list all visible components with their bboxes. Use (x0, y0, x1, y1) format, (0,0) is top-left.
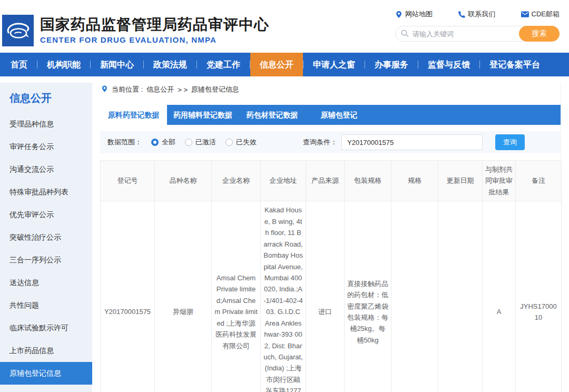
nav-item-functions[interactable]: 机构职能 (37, 53, 90, 76)
nav-item-services[interactable]: 办事服务 (365, 53, 418, 76)
link-contact-label: 联系我们 (468, 9, 495, 19)
table-header-row: 登记号 品种名称 企业名称 企业地址 产品来源 包装规格 规格 更新日期 与制剂… (101, 161, 562, 201)
col-variety-name: 品种名称 (155, 161, 212, 201)
link-cde-mail-label: CDE邮箱 (532, 9, 560, 19)
col-spec: 规格 (391, 161, 438, 201)
breadcrumb: 当前位置 : 信息公开 > > 原辅包登记信息 (100, 83, 561, 105)
cell-product-source: 进口 (306, 201, 345, 392)
header-search: 搜索 (395, 26, 560, 42)
sidebar-item-raw-aux-pack-registration[interactable]: 原辅包登记信息 (0, 362, 92, 385)
sidebar: 信息公开 受理品种信息 审评任务公示 沟通交流公示 特殊审批品种列表 优先审评公… (0, 83, 92, 392)
col-joint-review-result: 与制剂共同审批审批结果 (483, 161, 516, 201)
sidebar-item-delivery-info[interactable]: 送达信息 (0, 271, 92, 294)
brand: 国家药品监督管理局药品审评中心 CENTER FOR DRUG EVALUATI… (2, 15, 269, 46)
radio-option-expired-label: 已失效 (236, 138, 257, 147)
nav-item-party[interactable]: 党建工作 (197, 53, 250, 76)
tab-excipient-registration[interactable]: 药用辅料登记数据 (167, 105, 239, 125)
table-row: Y20170001575 异烟肼 Amsal Chem Private limi… (101, 201, 562, 392)
radio-option-activated-label: 已激活 (195, 138, 216, 147)
col-update-date: 更新日期 (438, 161, 483, 201)
radio-option-activated[interactable]: 已激活 (185, 138, 216, 147)
tab-packaging-registration[interactable]: 药包材登记数据 (239, 105, 306, 125)
breadcrumb-pin-icon (101, 85, 108, 94)
site-subtitle: CENTER FOR DRUG EVALUATION, NMPA (40, 35, 269, 44)
cell-packaging-spec: 直接接触药品的药包材：低密度聚乙烯袋包装规格：每桶25kg。每桶50kg (345, 201, 391, 392)
tab-bar: 原料药登记数据 药用辅料登记数据 药包材登记数据 原辅包登记 (100, 105, 561, 125)
link-sitemap-label: 网站地图 (405, 9, 433, 19)
layout: 信息公开 受理品种信息 审评任务公示 沟通交流公示 特殊审批品种列表 优先审评公… (0, 76, 569, 392)
query-input[interactable] (341, 134, 483, 150)
cell-remarks: JYHS1700010 (516, 201, 562, 392)
sidebar-item-priority-review[interactable]: 优先审评公示 (0, 203, 92, 226)
breadcrumb-current: 原辅包登记信息 (191, 85, 239, 94)
col-company-name: 企业名称 (212, 161, 261, 201)
scope-label: 数据范围： (107, 138, 142, 147)
col-product-source: 产品来源 (306, 161, 345, 201)
radio-option-all-label: 全部 (162, 138, 175, 147)
col-remarks: 备注 (516, 161, 562, 201)
mail-icon (521, 11, 529, 17)
breadcrumb-separator: > > (178, 86, 188, 94)
radio-option-expired[interactable]: 已失效 (225, 138, 257, 147)
sidebar-item-review-tasks[interactable]: 审评任务公示 (0, 135, 92, 158)
radio-option-all[interactable]: 全部 (151, 138, 175, 147)
col-packaging-spec: 包装规格 (345, 161, 391, 201)
map-pin-icon (395, 11, 403, 18)
sidebar-title: 信息公开 (0, 83, 92, 113)
col-company-address: 企业地址 (261, 161, 306, 201)
main-nav: 首页 机构职能 新闻中心 政策法规 党建工作 信息公开 申请人之窗 办事服务 监… (0, 53, 569, 76)
search-icon (401, 30, 409, 40)
radio-checked-icon (151, 139, 159, 146)
sidebar-item-communication[interactable]: 沟通交流公示 (0, 158, 92, 181)
nav-item-policy[interactable]: 政策法规 (144, 53, 197, 76)
results-table: 登记号 品种名称 企业名称 企业地址 产品来源 包装规格 规格 更新日期 与制剂… (100, 160, 562, 392)
cde-logo-icon[interactable] (2, 15, 34, 46)
page: 国家药品监督管理局药品审评中心 CENTER FOR DRUG EVALUATI… (0, 0, 569, 392)
tab-api-registration[interactable]: 原料药登记数据 (100, 105, 167, 125)
sidebar-item-common-issues[interactable]: 共性问题 (0, 294, 92, 317)
cell-update-date (438, 201, 483, 392)
cell-joint-review-result: A (483, 201, 516, 392)
nav-item-applicant-window[interactable]: 申请人之窗 (303, 53, 365, 76)
header-right: 网站地图 联系我们 CDE邮箱 (395, 9, 560, 42)
nav-item-registration-platform[interactable]: 登记备案平台 (480, 53, 550, 76)
sidebar-item-breakthrough-therapy[interactable]: 突破性治疗公示 (0, 226, 92, 249)
sidebar-item-clinical-trial-license[interactable]: 临床试验默示许可 (0, 317, 92, 339)
link-sitemap[interactable]: 网站地图 (395, 9, 433, 19)
link-cde-mail[interactable]: CDE邮箱 (521, 9, 560, 19)
breadcrumb-section[interactable]: 信息公开 (146, 85, 174, 94)
link-contact[interactable]: 联系我们 (458, 9, 495, 19)
phone-icon (458, 11, 465, 18)
sidebar-item-marketed-drugs[interactable]: 上市药品信息 (0, 339, 92, 362)
nav-item-home[interactable]: 首页 (1, 53, 37, 76)
sidebar-item-three-in-one[interactable]: 三合一序列公示 (0, 249, 92, 271)
site-header: 国家药品监督管理局药品审评中心 CENTER FOR DRUG EVALUATI… (0, 0, 569, 53)
search-button[interactable]: 搜索 (519, 26, 560, 42)
content: 当前位置 : 信息公开 > > 原辅包登记信息 原料药登记数据 药用辅料登记数据… (100, 83, 561, 392)
cell-spec (391, 201, 438, 392)
cell-company-address: Kakad House, B wing, 4th floor, 11 Barra… (261, 201, 306, 392)
breadcrumb-prefix: 当前位置 : (112, 85, 143, 94)
tab-raw-aux-pack[interactable]: 原辅包登记 (306, 105, 372, 125)
nav-item-info-disclosure[interactable]: 信息公开 (250, 53, 303, 76)
site-title: 国家药品监督管理局药品审评中心 (40, 16, 269, 34)
query-label: 查询条件： (303, 138, 337, 147)
cell-registration-no: Y20170001575 (101, 201, 155, 392)
query-button[interactable]: 查询 (495, 134, 525, 150)
radio-unchecked-icon (185, 139, 192, 146)
sidebar-item-accepted-varieties[interactable]: 受理品种信息 (0, 113, 92, 135)
brand-text: 国家药品监督管理局药品审评中心 CENTER FOR DRUG EVALUATI… (40, 15, 269, 44)
cell-company-name: Amsal Chem Private limited;Amsal Chem Pr… (212, 201, 261, 392)
col-registration-no: 登记号 (101, 161, 155, 201)
quick-links: 网站地图 联系我们 CDE邮箱 (395, 9, 560, 19)
nav-item-news[interactable]: 新闻中心 (91, 53, 143, 76)
cell-variety-name: 异烟肼 (155, 201, 212, 392)
sidebar-item-special-approval[interactable]: 特殊审批品种列表 (0, 181, 92, 203)
radio-unchecked-icon (225, 139, 233, 146)
filter-bar: 数据范围： 全部 已激活 已失效 查询条件： 查询 (100, 131, 561, 153)
nav-item-supervision[interactable]: 监督与反馈 (418, 53, 479, 76)
